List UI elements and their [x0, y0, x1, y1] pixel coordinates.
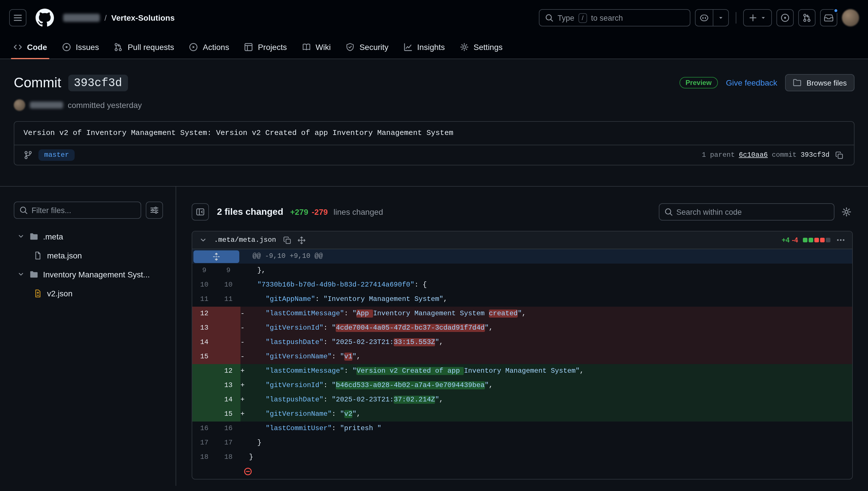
new-line-number[interactable]: 15: [216, 407, 241, 422]
tab-label: Actions: [203, 42, 229, 52]
file-filter-input[interactable]: [14, 202, 141, 219]
parents-label: 1 parent: [702, 151, 735, 159]
branch-label[interactable]: master: [38, 149, 74, 161]
table-icon: [244, 42, 253, 52]
file-filter-options-button[interactable]: [146, 202, 163, 219]
new-line-number[interactable]: 10: [216, 278, 241, 292]
tab-security[interactable]: Security: [340, 36, 394, 59]
tab-code[interactable]: Code: [7, 36, 53, 59]
new-line-number[interactable]: 13: [216, 378, 241, 393]
new-line-number[interactable]: 14: [216, 393, 241, 407]
user-avatar[interactable]: [842, 9, 859, 26]
chevron-down-icon: [17, 270, 25, 278]
code-line: + "lastpushDate": "2025-02-23T21:37:02.2…: [241, 393, 852, 407]
tab-projects[interactable]: Projects: [239, 36, 293, 59]
diffstat-block: [803, 238, 807, 242]
search-slash-kbd: /: [579, 13, 587, 23]
inbox-button[interactable]: [820, 9, 837, 26]
new-line-number[interactable]: 16: [216, 422, 241, 436]
old-line-number[interactable]: [192, 393, 216, 407]
author-name-redacted[interactable]: [30, 102, 63, 109]
diff-line-row: 12+ "lastCommitMessage": "Version v2 Cre…: [192, 364, 852, 378]
old-line-number[interactable]: [192, 407, 216, 422]
pull-requests-header-button[interactable]: [798, 9, 815, 26]
new-line-number[interactable]: 9: [216, 264, 241, 278]
new-line-number[interactable]: [216, 336, 241, 350]
old-line-number[interactable]: 13: [192, 321, 216, 336]
diff-line-row: 12- "lastCommitMessage": "App Inventory …: [192, 307, 852, 321]
diff-file-name[interactable]: .meta/meta.json: [214, 236, 276, 244]
file-additions: +4: [782, 236, 789, 244]
author-avatar[interactable]: [14, 99, 25, 111]
old-line-number[interactable]: 16: [192, 422, 216, 436]
code-line: "lastCommitUser": "pritesh ": [241, 422, 852, 436]
new-line-number[interactable]: [216, 321, 241, 336]
unread-indicator: [833, 8, 838, 13]
give-feedback-link[interactable]: Give feedback: [726, 78, 777, 87]
tab-label: Pull requests: [128, 42, 174, 52]
old-line-number[interactable]: 14: [192, 336, 216, 350]
collapse-file-tree-button[interactable]: [192, 203, 209, 221]
old-line-number[interactable]: [192, 378, 216, 393]
tab-label: Insights: [417, 42, 445, 52]
collapse-file-button[interactable]: [198, 235, 208, 245]
search-icon: [19, 206, 28, 215]
old-line-number[interactable]: 9: [192, 264, 216, 278]
tab-wiki[interactable]: Wiki: [296, 36, 337, 59]
tab-pull-requests[interactable]: Pull requests: [108, 36, 180, 59]
tab-insights[interactable]: Insights: [398, 36, 451, 59]
tree-file-v2-json[interactable]: v2.json: [14, 284, 163, 302]
sidebar-collapse-icon: [196, 207, 205, 216]
tree-folder-meta[interactable]: .meta: [14, 227, 163, 246]
tab-actions[interactable]: Actions: [183, 36, 235, 59]
search-placeholder-prefix: Type: [558, 13, 575, 22]
file-diff-card: .meta/meta.json +4 -4: [192, 231, 852, 480]
github-logo[interactable]: [36, 9, 54, 27]
diff-settings-button[interactable]: [840, 206, 852, 218]
old-line-number: [192, 465, 216, 479]
file-options-button[interactable]: [835, 234, 846, 246]
new-line-number[interactable]: [216, 307, 241, 321]
issues-header-button[interactable]: [776, 9, 794, 26]
code-search-input[interactable]: [658, 203, 834, 221]
diff-line-row: 15- "gitVersionName": "v1",: [192, 350, 852, 364]
code-line: "7330b16b-b70d-4d9b-b83d-227414a690f0": …: [241, 278, 852, 292]
search-icon: [664, 207, 673, 216]
new-line-number[interactable]: 12: [216, 364, 241, 378]
browse-files-button[interactable]: Browse files: [785, 74, 854, 91]
owner-link-redacted[interactable]: [63, 14, 100, 22]
tab-label: Wiki: [316, 42, 331, 52]
copilot-menu-button[interactable]: [712, 10, 728, 26]
create-new-button[interactable]: [743, 9, 772, 26]
copilot-button[interactable]: [695, 10, 712, 26]
tab-issues[interactable]: Issues: [56, 36, 105, 59]
book-icon: [302, 42, 311, 52]
old-line-number[interactable]: 12: [192, 307, 216, 321]
new-line-number[interactable]: [216, 350, 241, 364]
old-line-number[interactable]: 11: [192, 292, 216, 307]
parent-sha-link[interactable]: 6c10aa6: [739, 151, 768, 159]
code-line: - "lastCommitMessage": "App Inventory Ma…: [241, 307, 852, 321]
drag-handle-icon[interactable]: [296, 235, 307, 246]
hamburger-menu-button[interactable]: [9, 9, 26, 26]
copy-path-button[interactable]: [282, 235, 293, 246]
tab-settings[interactable]: Settings: [454, 36, 508, 59]
issue-opened-icon: [780, 13, 789, 22]
diff-line-row: 1010 "7330b16b-b70d-4d9b-b83d-227414a690…: [192, 278, 852, 292]
tree-folder-inventory-management-system[interactable]: Inventory Management Syst...: [14, 265, 163, 284]
new-line-number[interactable]: 17: [216, 436, 241, 450]
copy-sha-button[interactable]: [834, 150, 844, 161]
old-line-number[interactable]: 17: [192, 436, 216, 450]
global-search[interactable]: Type / to search: [538, 9, 690, 26]
tree-file-meta-json[interactable]: meta.json: [14, 246, 163, 265]
repo-name-link[interactable]: Vertex-Solutions: [111, 13, 175, 22]
play-circle-icon: [189, 42, 198, 52]
old-line-number[interactable]: 15: [192, 350, 216, 364]
old-line-number[interactable]: 10: [192, 278, 216, 292]
new-line-number[interactable]: 11: [216, 292, 241, 307]
new-line-number[interactable]: 18: [216, 450, 241, 465]
old-line-number[interactable]: [192, 364, 216, 378]
plus-icon: [748, 13, 757, 22]
old-line-number[interactable]: 18: [192, 450, 216, 465]
expand-hunk-button[interactable]: [192, 249, 241, 264]
